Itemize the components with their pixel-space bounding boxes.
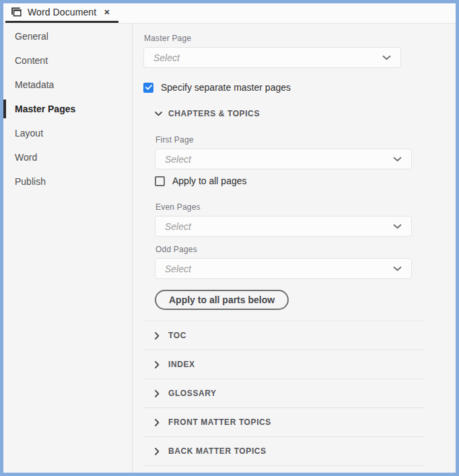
master-page-select[interactable]: Select: [143, 47, 401, 68]
chevron-right-icon: [155, 419, 160, 426]
sidebar-item-master-pages[interactable]: Master Pages: [3, 97, 132, 121]
section-title: INDEX: [168, 360, 195, 369]
apply-to-all-parts-button[interactable]: Apply to all parts below: [155, 290, 289, 310]
section-back-matter-topics[interactable]: BACK MATTER TOPICS: [143, 436, 425, 465]
chevron-right-icon: [155, 390, 160, 397]
first-page-select[interactable]: Select: [155, 149, 412, 169]
window-icon: [11, 7, 22, 17]
sidebar-item-metadata[interactable]: Metadata: [3, 73, 132, 97]
sidebar-item-general[interactable]: General: [3, 24, 132, 48]
chevron-down-icon: [393, 224, 402, 229]
section-toc[interactable]: TOC: [143, 321, 425, 350]
chevron-right-icon: [155, 332, 160, 340]
section-title: FRONT MATTER TOPICS: [168, 418, 271, 427]
sidebar-item-layout[interactable]: Layout: [3, 121, 132, 145]
apply-all-pages-checkbox[interactable]: [155, 176, 165, 186]
apply-all-pages-row: Apply to all pages: [155, 175, 456, 186]
accordion-list: TOC INDEX GLOSSARY: [143, 321, 425, 466]
odd-pages-select[interactable]: Select: [155, 258, 412, 279]
tab-word-document[interactable]: Word Document ✕: [5, 3, 118, 23]
master-page-label: Master Page: [144, 34, 456, 43]
sidebar-item-word[interactable]: Word: [3, 145, 132, 169]
specify-separate-row: Specify separate master pages: [143, 82, 456, 93]
apply-all-pages-label: Apply to all pages: [172, 175, 247, 186]
specify-separate-label: Specify separate master pages: [161, 82, 291, 93]
chevron-right-icon: [155, 361, 160, 368]
specify-separate-checkbox[interactable]: [143, 83, 153, 93]
even-pages-label: Even Pages: [155, 202, 456, 212]
chevron-down-icon: [155, 112, 162, 116]
odd-pages-placeholder: Select: [165, 264, 393, 274]
tab-bar: Word Document ✕: [3, 3, 456, 24]
settings-sidebar: General Content Metadata Master Pages La…: [3, 24, 133, 473]
first-page-label: First Page: [155, 135, 456, 145]
checkmark-icon: [145, 85, 152, 90]
section-glossary[interactable]: GLOSSARY: [143, 379, 425, 407]
sidebar-item-content[interactable]: Content: [3, 48, 132, 73]
chevron-down-icon: [382, 55, 391, 61]
section-front-matter-topics[interactable]: FRONT MATTER TOPICS: [143, 407, 425, 436]
first-page-placeholder: Select: [165, 154, 393, 165]
section-title: TOC: [168, 331, 186, 340]
master-pages-panel: Master Page Select Specify separate mast…: [133, 24, 456, 473]
even-pages-placeholder: Select: [165, 221, 393, 232]
word-document-preset-window: Word Document ✕ General Content Metadata…: [0, 0, 459, 476]
chevron-down-icon: [393, 266, 402, 272]
chevron-down-icon: [393, 157, 402, 162]
master-page-placeholder: Select: [153, 52, 382, 63]
section-title: GLOSSARY: [168, 389, 217, 398]
sidebar-item-publish[interactable]: Publish: [3, 169, 132, 194]
section-title: BACK MATTER TOPICS: [168, 446, 267, 456]
tab-title: Word Document: [28, 7, 96, 17]
odd-pages-label: Odd Pages: [155, 245, 456, 254]
chevron-right-icon: [155, 448, 160, 455]
section-index[interactable]: INDEX: [143, 350, 425, 379]
section-title: CHAPTERS & TOPICS: [168, 109, 260, 118]
chapters-topics-body: First Page Select Apply to all pages Eve…: [155, 135, 456, 279]
even-pages-select[interactable]: Select: [155, 216, 412, 237]
section-chapters-topics[interactable]: CHAPTERS & TOPICS: [155, 109, 456, 118]
close-icon[interactable]: ✕: [102, 7, 111, 17]
